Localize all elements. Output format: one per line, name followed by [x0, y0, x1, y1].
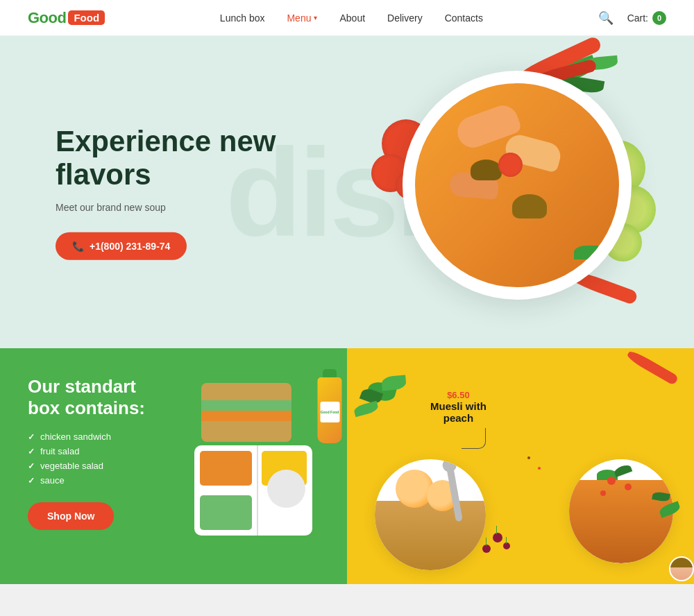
salmon-bowl — [569, 459, 673, 563]
plate-inner — [415, 83, 619, 287]
nav-menu-label: Menu — [287, 12, 311, 24]
header-right: 🔍 Cart: 0 — [598, 10, 666, 26]
soup-dot1 — [607, 477, 616, 485]
check-icon: ✓ — [28, 447, 35, 456]
hero-content: Experience new flavors Meet our brand ne… — [56, 125, 276, 260]
check-icon: ✓ — [28, 476, 35, 486]
phone-button[interactable]: 📞 +1(800) 231-89-74 — [56, 232, 187, 259]
chevron-down-icon: ▾ — [314, 14, 317, 22]
hero-title: Experience new flavors — [56, 125, 276, 192]
soup-dot2 — [625, 484, 632, 490]
spice-dot-yellow1 — [527, 456, 530, 459]
bread-bottom — [201, 421, 291, 442]
bowl1-contents — [375, 501, 486, 570]
lunch-container — [194, 445, 312, 536]
check-icon: ✓ — [28, 432, 35, 442]
yellow-herb4 — [353, 401, 380, 418]
bottom-sections: Our standart box contains: ✓ chicken san… — [0, 348, 694, 584]
muesli-price: $6.50 — [430, 390, 486, 400]
bottle-body: Good Food — [318, 377, 342, 443]
header: Good Food Lunch box Menu ▾ About Deliver… — [0, 0, 694, 36]
mushroom1 — [512, 194, 547, 219]
nav-contacts[interactable]: Contacts — [445, 12, 483, 24]
berry-stem2 — [486, 538, 486, 546]
berry-stem1 — [496, 526, 497, 534]
logo[interactable]: Good Food — [28, 9, 105, 27]
nav-about[interactable]: About — [339, 12, 365, 24]
cart-label: Cart: — [627, 12, 648, 24]
lb-divider — [257, 445, 258, 536]
curve-line1 — [462, 428, 486, 449]
hero-food-image — [389, 57, 652, 320]
search-icon[interactable]: 🔍 — [598, 10, 613, 26]
lb-food-white — [267, 470, 305, 508]
nav-delivery[interactable]: Delivery — [387, 12, 423, 24]
nav-lunch-box[interactable]: Lunch box — [220, 12, 265, 24]
tomato-inside — [498, 153, 523, 177]
sandwich — [201, 383, 291, 445]
cart[interactable]: Cart: 0 — [627, 11, 666, 25]
avatar-face — [670, 558, 693, 580]
plate-outer — [403, 71, 632, 300]
berry3 — [503, 542, 510, 549]
yellow-section: $6.50 Muesli with peach $8.00 Salmon so — [347, 348, 694, 584]
shop-now-button[interactable]: Shop Now — [28, 502, 114, 530]
mushroom2 — [471, 160, 502, 180]
yellow-herb2 — [381, 375, 407, 391]
hero-section: dish Experience new flavors Meet our bra… — [0, 36, 694, 348]
muesli-name: Muesli with peach — [430, 400, 486, 424]
user-avatar — [669, 556, 694, 581]
logo-food: Food — [68, 10, 105, 25]
yellow-chili-icon — [626, 349, 679, 386]
avatar-hair — [670, 558, 693, 567]
hero-subtitle: Meet our brand new soup — [56, 201, 276, 212]
herb-plate — [574, 246, 598, 259]
berry1 — [493, 533, 502, 542]
muesli-bowl — [375, 459, 486, 570]
soup-dot3 — [600, 490, 606, 496]
phone-icon: 📞 — [72, 240, 84, 251]
spice-dot-yellow2 — [538, 467, 541, 470]
lunchbox-illustration: Good Food — [187, 369, 333, 549]
lb-food-salad — [200, 495, 252, 530]
bottle-label: Good Food — [320, 402, 339, 422]
berry2 — [482, 545, 491, 553]
nav-menu[interactable]: Menu ▾ — [287, 12, 317, 24]
check-icon: ✓ — [28, 461, 35, 471]
green-section: Our standart box contains: ✓ chicken san… — [0, 348, 347, 584]
berry-stem3 — [506, 537, 507, 544]
cart-badge: 0 — [652, 11, 666, 25]
logo-good: Good — [28, 9, 66, 27]
lb-food-carrots — [200, 451, 252, 486]
muesli-label: $6.50 Muesli with peach — [430, 390, 486, 424]
main-nav: Lunch box Menu ▾ About Delivery Contacts — [220, 12, 483, 24]
garnish2 — [613, 463, 633, 477]
